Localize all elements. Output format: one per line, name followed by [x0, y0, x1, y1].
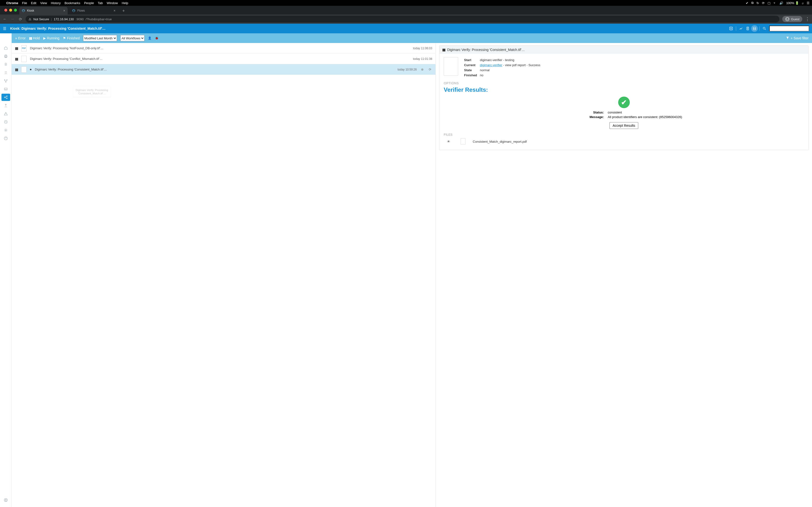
window-close[interactable] [4, 9, 7, 12]
job-time: today 10:59:26 [398, 68, 417, 71]
tab-flows[interactable]: Flows × [69, 7, 118, 14]
header-search-icon[interactable] [761, 25, 768, 32]
chrome-tab-strip: Kiosk × Flows × + [0, 6, 812, 14]
sidebar-list-icon[interactable] [1, 69, 10, 76]
cancel-icon[interactable]: ⊗ [420, 68, 424, 71]
tab-close-icon[interactable]: × [114, 9, 115, 12]
url-path: /?hub&topbar=true [86, 17, 112, 21]
sidebar-home-icon[interactable] [1, 44, 10, 52]
sidebar-inbox-icon[interactable] [1, 86, 10, 93]
doc-thumb-icon [21, 56, 27, 62]
svg-point-12 [6, 79, 7, 80]
chrome-menu-icon[interactable]: ⋮ [805, 16, 810, 22]
menu-edit[interactable]: Edit [31, 1, 36, 5]
tab-favicon-icon [72, 9, 75, 12]
status-timemachine-icon[interactable]: ↻ [756, 1, 759, 5]
hamburger-icon[interactable]: ☰ [3, 26, 6, 31]
sidebar-share-icon[interactable] [1, 94, 10, 101]
sidebar-printer-icon[interactable] [1, 53, 10, 60]
chrome-toolbar: ← → ⟳ ⚠ Not Secure | 172.16.94.130:9090/… [0, 14, 812, 24]
filter-running[interactable]: ▶ Running [43, 36, 59, 40]
sidebar-nodes-icon[interactable] [1, 77, 10, 84]
status-search-icon[interactable]: ⌕ [802, 1, 804, 5]
status-value: consistent [608, 111, 685, 114]
nav-reload-icon[interactable]: ⟳ [18, 17, 23, 21]
address-bar[interactable]: ⚠ Not Secure | 172.16.94.130:9090/?hub&t… [26, 16, 779, 22]
job-tooltip: Digimarc Verify: Processing'Consistent_M… [73, 87, 111, 97]
filter-user-icon[interactable]: 👤 [148, 37, 152, 40]
save-filter-button[interactable]: + Save filter [791, 36, 809, 40]
filter-date-select[interactable]: Modified Last Month [83, 35, 117, 41]
menu-view[interactable]: View [40, 1, 47, 5]
job-time: today 11:01:38 [413, 57, 432, 61]
status-battery-icon[interactable]: ▢ [767, 1, 770, 5]
tab-kiosk[interactable]: Kiosk × [19, 7, 68, 14]
svg-point-6 [763, 27, 765, 29]
header-image-icon[interactable] [751, 25, 758, 32]
status-volume-icon[interactable]: 🔊 [779, 1, 783, 5]
menu-history[interactable]: History [51, 1, 60, 5]
guest-avatar-icon [785, 17, 790, 21]
header-doc-icon[interactable] [744, 25, 751, 32]
job-row[interactable]: ▮▮ Digimarc Verify: Processing 'Conflict… [12, 54, 436, 64]
status-airplay-icon[interactable]: ⧉ [751, 1, 754, 5]
filter-hold[interactable]: ▮▮ Hold [29, 36, 40, 40]
sidebar-upload-icon[interactable] [1, 102, 10, 109]
nav-forward-icon[interactable]: → [10, 17, 15, 21]
job-row[interactable]: ▮▮ PDF Digimarc Verify: Processing 'NotF… [12, 43, 436, 54]
detail-meta: Startdigimarc-verifier - testing Current… [463, 57, 543, 78]
menu-app-name[interactable]: Chrome [6, 1, 18, 5]
filter-workflow-select[interactable]: All Workflows [120, 35, 145, 41]
menu-tab[interactable]: Tab [98, 1, 103, 5]
filter-funnel-icon[interactable] [786, 36, 789, 40]
job-list: ▮▮ PDF Digimarc Verify: Processing 'NotF… [12, 43, 436, 507]
job-name: Digimarc Verify: Processing 'Conflict_Mi… [30, 57, 410, 61]
sidebar-clock-icon[interactable] [1, 118, 10, 125]
status-sync-icon[interactable]: ⟳ [762, 1, 765, 5]
filter-bug-icon[interactable]: 🐞 [155, 37, 158, 40]
pdf-thumb-icon: PDF [21, 45, 27, 51]
svg-point-2 [787, 18, 788, 19]
status-check-icon[interactable]: ✔︎ [746, 1, 749, 5]
svg-point-11 [4, 79, 5, 80]
left-sidebar [0, 43, 12, 507]
sidebar-user-icon[interactable] [1, 496, 10, 504]
svg-rect-7 [4, 56, 7, 57]
nav-back-icon[interactable]: ← [2, 17, 7, 21]
refresh-icon[interactable]: ⟳ [428, 68, 432, 71]
header-search-input[interactable] [769, 25, 809, 32]
job-name: Digimarc Verify: Processing 'Consistent_… [35, 68, 394, 71]
status-wifi-icon[interactable]: ᯤ [773, 1, 776, 5]
menu-file[interactable]: File [22, 1, 27, 5]
sidebar-warning-icon[interactable] [1, 110, 10, 117]
url-port: :9090 [76, 17, 84, 21]
svg-point-13 [5, 81, 6, 82]
header-chart-icon[interactable] [738, 25, 744, 32]
profile-guest[interactable]: Guest [782, 16, 802, 22]
file-row[interactable]: 👁 Consistent_Match_digimarc_report.pdf [444, 138, 804, 145]
menu-help[interactable]: Help [122, 1, 128, 5]
window-minimize[interactable] [9, 9, 12, 12]
menu-bookmarks[interactable]: Bookmarks [64, 1, 80, 5]
status-control-icon[interactable]: ☰ [807, 1, 810, 5]
detail-preview-thumb[interactable] [444, 57, 458, 75]
pause-icon: ▮▮ [15, 46, 18, 50]
new-tab-button[interactable]: + [120, 7, 128, 14]
tab-close-icon[interactable]: × [63, 9, 65, 12]
detail-pane: ▮▮ Digimarc Verify: Processing 'Consiste… [436, 43, 812, 507]
accept-results-button[interactable]: Accept Results [609, 122, 638, 129]
sidebar-layers-icon[interactable] [1, 61, 10, 68]
filter-error[interactable]: Error [15, 36, 26, 40]
eye-icon[interactable]: 👁 [444, 140, 453, 144]
job-row[interactable]: ▮▮ Digimarc Verify: Processing 'Consiste… [12, 64, 436, 75]
sidebar-gear-icon[interactable] [1, 126, 10, 134]
header-add-icon[interactable] [728, 25, 734, 32]
sidebar-help-icon[interactable] [1, 135, 10, 142]
filter-finished[interactable]: ⚑ Finished [63, 36, 80, 40]
window-zoom[interactable] [14, 9, 17, 12]
menu-people[interactable]: People [84, 1, 94, 5]
guest-label: Guest [791, 17, 800, 21]
macos-menu-bar: Chrome File Edit View History Bookmarks … [0, 0, 812, 6]
current-link[interactable]: digimarc-verifier [480, 63, 502, 67]
menu-window[interactable]: Window [107, 1, 118, 5]
